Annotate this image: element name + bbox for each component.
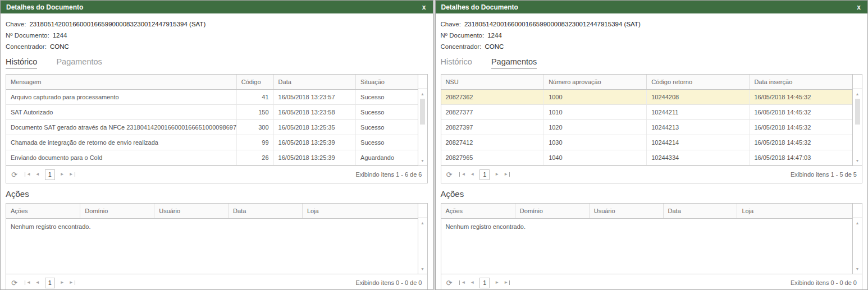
grid-cell: 10244213 [647, 120, 750, 135]
pager: ⟳ ◄ ◄ 1 ► ► Exibindo itens 1 - 5 de 5 [441, 166, 862, 183]
table-row[interactable]: Chamada de integração de retorno de envi… [6, 135, 418, 150]
table-row[interactable]: Enviando documento para o Cold2616/05/20… [6, 150, 418, 165]
last-page-button[interactable]: ► [504, 172, 510, 177]
scrollbar-thumb[interactable] [420, 99, 425, 125]
column-header[interactable]: Domínio [80, 204, 154, 219]
scroll-down-icon[interactable]: ▼ [856, 156, 860, 165]
actions-grid: AçõesDomínioUsuárioDataLoja Nenhum regis… [6, 203, 428, 290]
tab-pagamentos[interactable]: Pagamentos [56, 57, 102, 68]
field-value: 2318051420016600016659900008323001244791… [29, 21, 205, 27]
field-chave: Chave:2318051420016600016659900008323001… [441, 19, 863, 30]
grid-cell: Sucesso [356, 105, 418, 120]
first-page-button[interactable]: ◄ [25, 280, 31, 285]
tab-historico[interactable]: Histórico [441, 57, 472, 68]
scroll-up-icon[interactable]: ▲ [856, 218, 860, 228]
prev-page-button[interactable]: ◄ [35, 280, 40, 285]
grid-cell: Documento SAT gerado através da NFCe 231… [6, 120, 236, 135]
first-page-button[interactable]: ◄ [459, 280, 465, 285]
grid-cell: Sucesso [356, 120, 418, 135]
table-row[interactable]: 2082739710201024421316/05/2018 14:45:32 [441, 120, 853, 135]
scroll-up-icon[interactable]: ▲ [421, 89, 424, 99]
table-row[interactable]: SAT Autorizado15016/05/2018 13:23:58Suce… [6, 105, 418, 120]
last-page-button[interactable]: ► [504, 280, 510, 285]
vertical-scrollbar[interactable]: ▲ ▼ [418, 204, 427, 274]
column-header[interactable]: Usuário [589, 204, 663, 219]
pager: ⟳ ◄ ◄ 1 ► ► Exibindo itens 1 - 6 de 6 [6, 166, 427, 183]
pager-status: Exibindo itens 0 - 0 de 0 [355, 279, 422, 286]
grid-cell: Aguardando [356, 150, 418, 165]
dialog-titlebar: Detalhes do Documento x [436, 1, 868, 13]
column-header[interactable]: Código [236, 75, 273, 90]
table-row[interactable]: 2082737710101024421116/05/2018 14:45:32 [441, 105, 853, 120]
scrollbar-header-spacer [853, 75, 862, 89]
column-header[interactable]: NSU [441, 75, 544, 90]
grid-header-row: NSUNúmero aprovaçãoCódigo retornoData in… [441, 75, 853, 90]
last-page-button[interactable]: ► [69, 172, 75, 177]
page-number[interactable]: 1 [45, 278, 55, 288]
first-page-button[interactable]: ◄ [459, 172, 465, 177]
scrollbar-header-spacer [418, 204, 427, 218]
prev-page-button[interactable]: ◄ [470, 280, 474, 285]
column-header[interactable]: Data inserção [750, 75, 852, 90]
table-row[interactable]: 2082796510401024433416/05/2018 14:47:03 [441, 150, 853, 165]
tab-pagamentos[interactable]: Pagamentos [491, 57, 537, 68]
refresh-icon[interactable]: ⟳ [11, 279, 17, 287]
grid-cell: 16/05/2018 13:25:39 [273, 150, 356, 165]
document-details-dialog: Detalhes do Documento x Chave:2318051420… [435, 0, 868, 290]
vertical-scrollbar[interactable]: ▲ ▼ [852, 204, 862, 274]
prev-page-button[interactable]: ◄ [470, 172, 474, 177]
page-number[interactable]: 1 [479, 278, 490, 288]
table-row[interactable]: 2082741210301024421416/05/2018 14:45:32 [441, 135, 853, 150]
refresh-icon[interactable]: ⟳ [446, 279, 453, 287]
next-page-button[interactable]: ► [495, 280, 499, 285]
page-number[interactable]: 1 [479, 169, 490, 180]
table-row[interactable]: 2082736210001024420816/05/2018 14:45:32 [441, 90, 853, 105]
refresh-icon[interactable]: ⟳ [446, 171, 453, 178]
grid-cell: 10244211 [647, 105, 750, 120]
actions-table: AçõesDomínioUsuárioDataLoja [441, 204, 853, 219]
column-header[interactable]: Situação [356, 75, 418, 90]
field-numero-documento: Nº Documento:1244 [441, 30, 863, 41]
next-page-button[interactable]: ► [495, 172, 499, 177]
column-header[interactable]: Domínio [515, 204, 589, 219]
field-concentrador: Concentrador:CONC [6, 41, 428, 52]
close-icon[interactable]: x [421, 3, 427, 11]
last-page-button[interactable]: ► [69, 280, 75, 285]
refresh-icon[interactable]: ⟳ [11, 171, 17, 178]
close-icon[interactable]: x [856, 3, 862, 11]
column-header[interactable]: Data [273, 75, 356, 90]
scrollbar-thumb[interactable] [855, 99, 860, 125]
scroll-up-icon[interactable]: ▲ [421, 218, 424, 228]
next-page-button[interactable]: ► [60, 280, 65, 285]
table-row[interactable]: Arquivo capturado para processamento4116… [6, 90, 418, 105]
column-header[interactable]: Mensagem [6, 75, 236, 90]
grid-cell: 16/05/2018 14:45:32 [750, 120, 852, 135]
tab-strip: HistóricoPagamentos [441, 57, 863, 68]
scroll-down-icon[interactable]: ▼ [421, 264, 424, 274]
column-header[interactable]: Usuário [154, 204, 229, 219]
scroll-down-icon[interactable]: ▼ [856, 264, 860, 274]
table-row[interactable]: Documento SAT gerado através da NFCe 231… [6, 120, 418, 135]
grid-cell: 16/05/2018 14:45:32 [750, 90, 852, 105]
column-header[interactable]: Código retorno [647, 75, 750, 90]
scroll-down-icon[interactable]: ▼ [421, 156, 424, 165]
column-header[interactable]: Data [663, 204, 737, 219]
column-header[interactable]: Número aprovação [544, 75, 647, 90]
first-page-button[interactable]: ◄ [25, 172, 31, 177]
column-header[interactable]: Loja [737, 204, 852, 219]
scroll-up-icon[interactable]: ▲ [856, 89, 860, 99]
column-header[interactable]: Ações [6, 204, 80, 219]
grid-cell: 1020 [544, 120, 647, 135]
vertical-scrollbar[interactable]: ▲ ▼ [852, 75, 862, 165]
pager-status: Exibindo itens 0 - 0 de 0 [791, 279, 857, 286]
history-table: MensagemCódigoDataSituação Arquivo captu… [6, 75, 418, 165]
column-header[interactable]: Ações [441, 204, 515, 219]
column-header[interactable]: Data [229, 204, 303, 219]
column-header[interactable]: Loja [302, 204, 417, 219]
grid-cell: Sucesso [356, 90, 418, 105]
next-page-button[interactable]: ► [60, 172, 65, 177]
prev-page-button[interactable]: ◄ [35, 172, 40, 177]
vertical-scrollbar[interactable]: ▲ ▼ [418, 75, 427, 165]
tab-historico[interactable]: Histórico [6, 57, 37, 68]
page-number[interactable]: 1 [45, 169, 55, 180]
